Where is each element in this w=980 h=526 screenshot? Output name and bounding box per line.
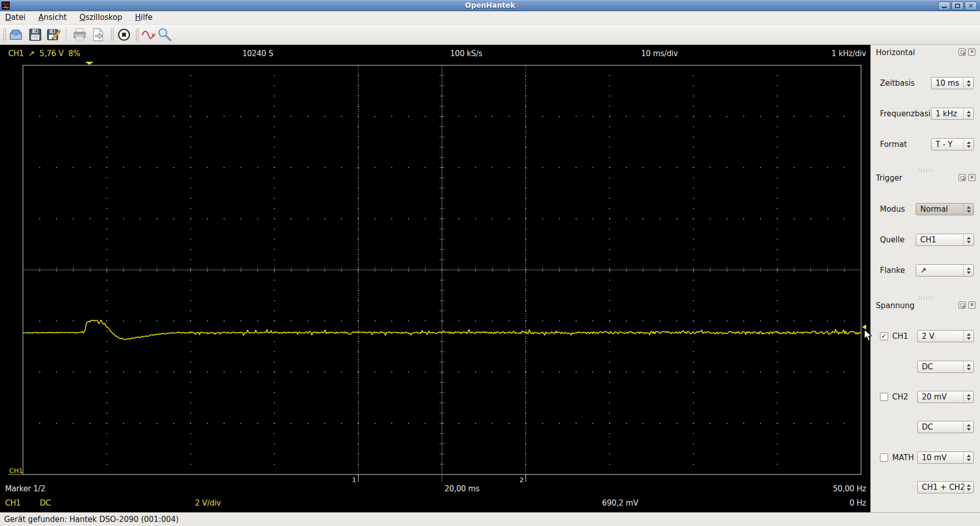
spinner-arrows-icon[interactable] — [963, 421, 973, 433]
trigger-source-select[interactable]: CH1 — [916, 234, 974, 246]
math-checkbox[interactable] — [880, 454, 888, 462]
frequenzbasis-select[interactable]: 1 kHz — [931, 108, 974, 120]
svg-text:CH1: CH1 — [9, 467, 23, 474]
spinner-arrows-icon[interactable] — [963, 139, 973, 150]
ch2-gain-select[interactable]: 20 mV — [917, 391, 974, 403]
flanke-label: Flanke — [880, 264, 905, 277]
math-label: MATH — [892, 452, 914, 464]
maximize-button[interactable] — [951, 2, 964, 10]
spinner-arrows-icon[interactable] — [963, 78, 973, 89]
device-status-text: Gerät gefunden: Hantek DSO-2090 (001:004… — [4, 515, 179, 524]
svg-text:2: 2 — [520, 476, 524, 484]
spinner-arrows-icon[interactable] — [963, 482, 973, 493]
trigger-panel-title: Trigger — [876, 173, 902, 183]
close-button[interactable]: ✕ — [965, 2, 977, 10]
frequenzbasis-label: Frequenzbasis — [880, 108, 935, 120]
open-file-icon[interactable] — [8, 27, 23, 42]
settings-dock-area: Horizontal ✕ Zeitbasis 10 ms Frequenzbas… — [870, 45, 980, 512]
trigger-close-button[interactable]: ✕ — [968, 174, 975, 181]
titlebar[interactable]: OpenHantek ✕ — [0, 0, 980, 11]
marker-time-label: 20,00 ms — [424, 484, 500, 493]
trigger-slope-select[interactable]: ↗ — [916, 264, 974, 277]
marker-label: Marker 1/2 — [5, 484, 45, 493]
voltage-panel-title: Spannung — [876, 301, 915, 310]
spinner-arrows-icon[interactable] — [963, 265, 973, 276]
openhantek-window: OpenHantek ✕ Datei Ansicht Oszilloskop H… — [0, 0, 980, 526]
save-as-icon[interactable] — [46, 27, 61, 42]
menubar: Datei Ansicht Oszilloskop Hilfe — [0, 11, 980, 24]
toolbar-separator — [66, 27, 66, 42]
marker-frequency-label: 50,00 Hz — [833, 484, 866, 493]
horizontal-close-button[interactable]: ✕ — [968, 48, 975, 56]
zoom-icon[interactable] — [157, 27, 173, 42]
svg-text:1: 1 — [352, 476, 356, 484]
print-icon[interactable] — [72, 27, 87, 42]
channel-name-label: CH1 — [5, 498, 21, 508]
voltage-wave-icon[interactable] — [141, 27, 156, 42]
mouse-cursor — [864, 329, 874, 342]
toolbar-grip[interactable] — [3, 28, 7, 41]
statusbar: Gerät gefunden: Hantek DSO-2090 (001:004… — [0, 512, 980, 526]
ch2-coupling-select[interactable]: DC — [917, 421, 974, 433]
channel-gain-label: 2 V/div — [195, 498, 221, 508]
toolbar-grip[interactable] — [110, 28, 114, 41]
format-select[interactable]: T - Y — [931, 138, 974, 151]
spinner-arrows-icon[interactable] — [963, 361, 973, 372]
voltage-float-button[interactable] — [959, 302, 966, 309]
ch1-coupling-select[interactable]: DC — [917, 361, 974, 373]
window-title: OpenHantek — [0, 1, 980, 9]
zeitbasis-select[interactable]: 10 ms — [931, 77, 974, 89]
spinner-arrows-icon[interactable] — [963, 391, 973, 403]
modus-label: Modus — [880, 203, 905, 215]
ch2-label: CH2 — [892, 391, 908, 403]
minimize-button[interactable] — [938, 2, 950, 10]
ch1-checkbox[interactable]: ✓ — [880, 332, 888, 340]
ch2-checkbox[interactable] — [880, 393, 888, 401]
save-icon[interactable] — [28, 27, 43, 42]
spinner-arrows-icon[interactable] — [963, 204, 973, 215]
ch1-label: CH1 — [892, 330, 908, 342]
graticule-canvas[interactable]: 12CH1 — [0, 45, 870, 512]
menu-oszilloskop[interactable]: Oszilloskop — [75, 11, 128, 24]
horizontal-panel-title: Horizontal — [876, 48, 915, 57]
channel-amplitude-label: 690,2 mV — [582, 498, 658, 508]
channel-coupling-label: DC — [40, 498, 51, 508]
quelle-label: Quelle — [880, 234, 904, 246]
trigger-float-button[interactable] — [959, 174, 966, 181]
spinner-arrows-icon[interactable] — [963, 108, 973, 119]
toolbar — [0, 24, 980, 45]
math-gain-select[interactable]: 10 mV — [917, 452, 974, 464]
oscilloscope-display[interactable]: CH1 ↗ 5,76 V 8% 10240 S 100 kS/s 10 ms/d… — [0, 45, 870, 512]
math-mode-select[interactable]: CH1 + CH2 — [917, 481, 974, 493]
trigger-dock-grip[interactable] — [918, 168, 934, 172]
menu-hilfe[interactable]: Hilfe — [130, 11, 158, 24]
channel-frequency-label: 0 Hz — [849, 498, 866, 508]
voltage-close-button[interactable]: ✕ — [968, 302, 975, 309]
format-label: Format — [880, 138, 907, 151]
toolbar-grip[interactable] — [135, 28, 139, 41]
record-stop-icon[interactable] — [116, 27, 132, 42]
export-page-icon[interactable] — [90, 27, 106, 42]
zeitbasis-label: Zeitbasis — [880, 77, 915, 89]
spinner-arrows-icon[interactable] — [963, 331, 973, 342]
menu-ansicht[interactable]: Ansicht — [33, 11, 71, 24]
ch1-gain-select[interactable]: 2 V — [917, 330, 974, 342]
spinner-arrows-icon[interactable] — [963, 452, 973, 463]
spinner-arrows-icon[interactable] — [963, 234, 973, 245]
trigger-mode-select[interactable]: Normal — [916, 203, 974, 215]
menu-datei[interactable]: Datei — [0, 11, 31, 24]
voltage-dock-grip[interactable] — [918, 296, 934, 299]
horizontal-float-button[interactable] — [959, 48, 966, 56]
